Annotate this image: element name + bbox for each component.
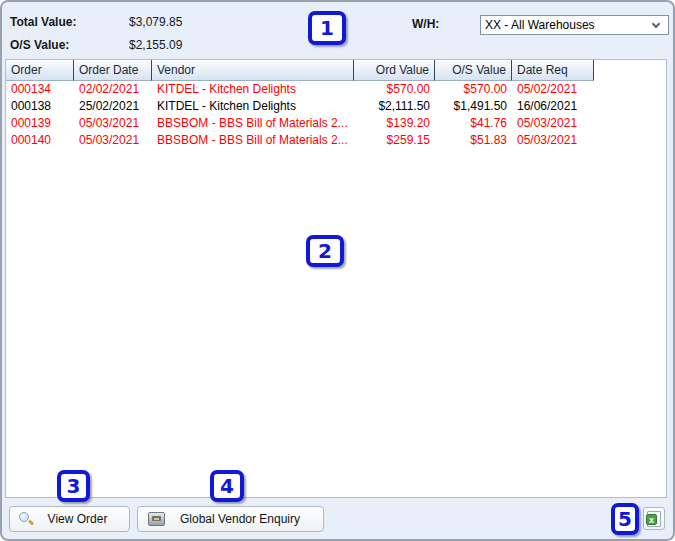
cell-order: 000140 <box>6 132 74 149</box>
cell-order: 000139 <box>6 115 74 132</box>
cell-order-date: 05/03/2021 <box>74 132 152 149</box>
cell-os-value: $41.76 <box>435 115 512 132</box>
chevron-down-icon <box>652 20 660 28</box>
cell-vendor: BBSBOM - BBS Bill of Materials 2... <box>152 115 354 132</box>
magnifier-icon <box>18 511 34 527</box>
cell-ord-value: $139.20 <box>354 115 435 132</box>
os-value-label: O/S Value: <box>10 38 69 52</box>
cell-vendor: KITDEL - Kitchen Delights <box>152 81 354 98</box>
annotation-marker-4: 4 <box>210 470 244 502</box>
cell-order: 000138 <box>6 98 74 115</box>
cell-ord-value: $259.15 <box>354 132 435 149</box>
annotation-marker-5: 5 <box>611 503 639 535</box>
orders-table-header: Order Order Date Vendor Ord Value O/S Va… <box>6 60 666 81</box>
export-excel-button[interactable]: x <box>643 507 665 530</box>
annotation-marker-3: 3 <box>57 470 90 502</box>
column-header-os-value[interactable]: O/S Value <box>435 60 512 81</box>
cash-register-icon <box>148 512 165 526</box>
column-header-order[interactable]: Order <box>6 60 74 81</box>
cell-order: 000134 <box>6 81 74 98</box>
column-header-order-date[interactable]: Order Date <box>74 60 152 81</box>
cell-order-date: 05/03/2021 <box>74 115 152 132</box>
global-vendor-enquiry-button-label: Global Vendor Enquiry <box>165 512 323 526</box>
orders-table: Order Order Date Vendor Ord Value O/S Va… <box>5 59 667 498</box>
global-vendor-enquiry-button[interactable]: Global Vendor Enquiry <box>137 506 324 532</box>
view-order-button-label: View Order <box>34 512 129 526</box>
warehouse-label: W/H: <box>412 17 439 31</box>
total-value-label: Total Value: <box>10 15 76 29</box>
table-row[interactable]: 000138 25/02/2021 KITDEL - Kitchen Delig… <box>6 98 666 115</box>
cell-vendor: BBSBOM - BBS Bill of Materials 2... <box>152 132 354 149</box>
cell-os-value: $1,491.50 <box>435 98 512 115</box>
annotation-marker-1: 1 <box>308 11 346 45</box>
column-header-ord-value[interactable]: Ord Value <box>354 60 435 81</box>
table-row[interactable]: 000140 05/03/2021 BBSBOM - BBS Bill of M… <box>6 132 666 149</box>
cell-os-value: $51.83 <box>435 132 512 149</box>
table-row[interactable]: 000134 02/02/2021 KITDEL - Kitchen Delig… <box>6 81 666 98</box>
column-header-vendor[interactable]: Vendor <box>152 60 354 81</box>
os-value: $2,155.09 <box>129 38 182 52</box>
cell-date-req: 05/02/2021 <box>512 81 594 98</box>
column-header-filler <box>594 60 666 81</box>
column-header-date-req[interactable]: Date Req <box>512 60 594 81</box>
table-row[interactable]: 000139 05/03/2021 BBSBOM - BBS Bill of M… <box>6 115 666 132</box>
annotation-marker-2: 2 <box>306 235 344 267</box>
excel-export-icon: x <box>647 511 661 527</box>
cell-date-req: 05/03/2021 <box>512 115 594 132</box>
cell-ord-value: $570.00 <box>354 81 435 98</box>
cell-order-date: 25/02/2021 <box>74 98 152 115</box>
cell-date-req: 16/06/2021 <box>512 98 594 115</box>
warehouse-dropdown[interactable]: XX - All Warehouses <box>480 15 669 35</box>
total-value: $3,079.85 <box>129 15 182 29</box>
cell-date-req: 05/03/2021 <box>512 132 594 149</box>
order-enquiry-window: Total Value: $3,079.85 O/S Value: $2,155… <box>0 0 675 541</box>
warehouse-dropdown-value: XX - All Warehouses <box>485 18 595 32</box>
cell-os-value: $570.00 <box>435 81 512 98</box>
cell-order-date: 02/02/2021 <box>74 81 152 98</box>
view-order-button[interactable]: View Order <box>9 506 130 532</box>
cell-vendor: KITDEL - Kitchen Delights <box>152 98 354 115</box>
cell-ord-value: $2,111.50 <box>354 98 435 115</box>
